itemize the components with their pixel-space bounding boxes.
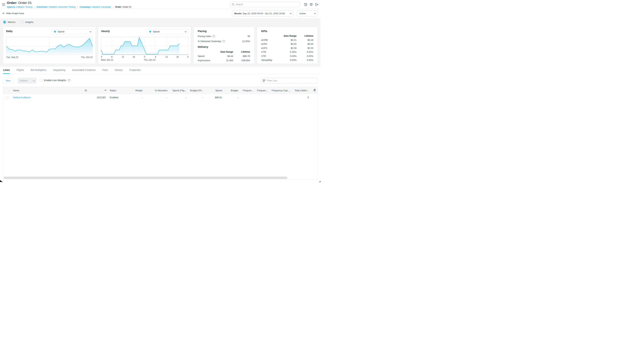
cell-pct_allocation: - [144, 96, 169, 99]
column-header-weight[interactable]: Weight [130, 89, 144, 92]
column-header-freq_2[interactable]: Frequen... [255, 89, 270, 92]
radio-label: Metrics [8, 21, 16, 24]
hide-graph-toggle[interactable]: Hide Graph Area [3, 12, 24, 15]
column-header-total_lifetime[interactable]: Total Lifetim... [292, 89, 311, 92]
radio-metrics[interactable]: Metrics [3, 20, 16, 24]
filter-line-box[interactable] [261, 78, 318, 84]
pacing-row: Pacing Index?36 [198, 35, 250, 38]
search-box[interactable] [230, 2, 300, 7]
help-icon[interactable]: ? [212, 35, 215, 38]
filter-line-input[interactable] [267, 79, 316, 82]
page-title: Order:Order 01 [7, 1, 131, 5]
line-name-link[interactable]: Default Audience [13, 96, 30, 99]
daily-chart-title: Daily [6, 30, 12, 32]
lines-table: NameIDStatusWeight% AllocationSpend (Fli… [3, 87, 318, 180]
scrollbar-thumb[interactable] [4, 177, 288, 179]
column-header-status[interactable]: Status [108, 89, 130, 92]
pacing-row-value: 12.00% [242, 40, 250, 42]
column-header-label: ID [85, 89, 87, 92]
radio-insights[interactable]: Insights [20, 20, 34, 24]
cell-id: 1521382 [82, 96, 108, 99]
menu-icon[interactable] [2, 3, 6, 6]
column-header-freq_cap[interactable]: Frequency Cap ... [270, 89, 292, 92]
delivery-col-lifetime: Lifetime [233, 50, 250, 53]
column-header-spend[interactable]: Spend [205, 89, 224, 92]
status-filter-dropdown[interactable]: Active [297, 10, 318, 16]
chevron-down-icon [290, 12, 292, 14]
kpi-row-lifetime: 0.00% [296, 59, 313, 62]
breadcrumb-item[interactable]: Campaign: Adelphic Campaign [80, 6, 111, 8]
column-header-checkbox[interactable] [3, 89, 11, 92]
hourly-tick-label: 0 [187, 56, 188, 58]
breadcrumb-item[interactable]: Advertiser: Adelphic Advertiser Testing [36, 6, 76, 8]
select-all-checkbox[interactable] [6, 89, 8, 92]
chevron-down-icon [314, 12, 316, 14]
column-header-budget_flight[interactable]: Budget (Fli... [188, 89, 205, 92]
enable-line-weights-checkbox[interactable] [40, 79, 42, 82]
kpis-col-lifetime: Lifetime [296, 34, 313, 37]
tab-dayparting[interactable]: Dayparting [53, 68, 65, 74]
delivery-row: Spend$4.44$86.76 [198, 55, 250, 58]
daily-metric-dropdown[interactable]: Spend [52, 29, 93, 34]
kpi-row-lifetime: $0.16 [296, 39, 313, 41]
breadcrumb-item[interactable]: Agency: Adelphic Testing [7, 6, 32, 8]
cell-budget: - [224, 96, 240, 99]
column-header-freq_1[interactable]: Frequen... [240, 89, 255, 92]
horizontal-scrollbar [4, 177, 317, 179]
hourly-tick-label: 0 [101, 56, 102, 58]
actions-dropdown[interactable]: Actions [18, 78, 36, 84]
cell-checkbox [3, 96, 11, 99]
column-header-pct_allocation[interactable]: % Allocation [144, 89, 169, 92]
kpis-columns: Date Range Lifetime [261, 34, 313, 37]
graph-area: MetricsInsights Daily Spend Tue, Sep 22 … [0, 18, 320, 66]
top-icons: ⚙ [304, 2, 319, 6]
kpi-row: CTR0.25%0.52% [261, 51, 313, 53]
new-button[interactable]: New [3, 78, 13, 84]
cell-name: Default Audience [11, 96, 82, 99]
pacing-row-label-wrap: Pacing Index? [198, 35, 215, 38]
breadcrumb: Agency: Adelphic Testing›Advertiser: Ade… [7, 6, 131, 8]
tab-bid-multipliers[interactable]: Bid Multipliers [31, 68, 46, 74]
hourly-tick-label: 18 [176, 56, 178, 58]
tab-bar: LinesFlightsBid MultipliersDaypartingAss… [0, 66, 320, 74]
daily-x-labels: Tue, Sep 22 Thu, Oct 22 [6, 56, 93, 58]
date-range-dropdown[interactable]: Month: Sep 22, 2020 00:00 - Oct 22, 2020… [232, 10, 294, 16]
column-header-id[interactable]: ID [82, 89, 108, 92]
tab-properties[interactable]: Properties [130, 68, 141, 74]
hourly-chart-panel: Hourly Spend 0612180612180 Wed, Oct 21 T… [98, 27, 191, 64]
kpi-rows: eCPM$0.21$0.16eCPA$0.00$0.00eCPC$0.08$0.… [261, 39, 313, 62]
cell-status: Enabled [108, 96, 130, 99]
cell-spend_flight: - [169, 96, 188, 99]
spend-legend-dot [149, 30, 151, 32]
column-header-budget[interactable]: Budget [224, 89, 240, 92]
radio-dot [20, 20, 24, 24]
kpi-row: eCPC$0.08$0.03 [261, 47, 313, 50]
chevron-down-icon [185, 30, 187, 32]
help-icon[interactable]: ? [68, 79, 70, 82]
column-header-spend_flight[interactable]: Spend (Flig... [169, 89, 188, 92]
chevron-down-icon [90, 30, 92, 32]
tab-lines[interactable]: Lines [3, 68, 10, 74]
delivery-col-date-range: Date Range [215, 50, 233, 53]
tab-fees[interactable]: Fees [102, 68, 108, 74]
history-icon[interactable] [304, 2, 308, 6]
table-header-row: NameIDStatusWeight% AllocationSpend (Fli… [3, 87, 318, 94]
gear-icon[interactable]: ⚙ [309, 2, 313, 6]
sign-out-icon[interactable] [315, 2, 319, 6]
column-header-name[interactable]: Name [11, 89, 82, 92]
kpis-panel: KPIs Date Range Lifetime eCPM$0.21$0.16e… [257, 27, 318, 64]
delivery-row-lifetime: $86.76 [233, 55, 250, 58]
hourly-metric-label: Spend [153, 30, 183, 33]
tab-flights[interactable]: Flights [17, 68, 24, 74]
date-range-value: Sep 22, 2020 00:00 - Oct 22, 2020 19:59 [243, 12, 285, 15]
column-settings-icon[interactable] [311, 88, 318, 92]
tab-history[interactable]: History [115, 68, 122, 74]
kpi-row-date-range: $0.08 [279, 47, 296, 50]
daily-chart-plot [6, 37, 93, 56]
row-checkbox[interactable] [6, 96, 8, 99]
hourly-metric-dropdown[interactable]: Spend [147, 29, 188, 34]
search-input[interactable] [236, 3, 298, 6]
kpi-row-label: VTR [261, 55, 279, 58]
tab-associated-creatives[interactable]: Associated Creatives [72, 68, 96, 74]
help-icon[interactable]: ? [222, 40, 225, 42]
